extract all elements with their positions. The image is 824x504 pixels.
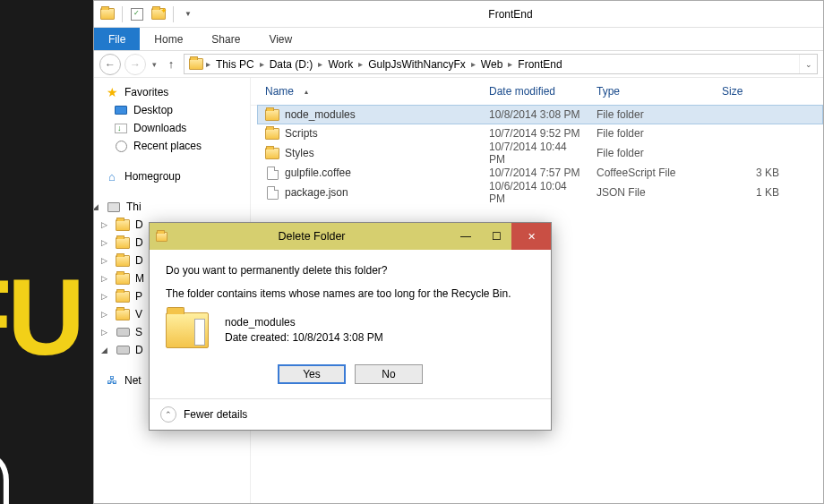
- file-type: CoffeeScript File: [589, 167, 715, 179]
- back-button[interactable]: ←: [99, 54, 121, 75]
- downloads-icon: [114, 121, 128, 135]
- properties-icon[interactable]: [127, 4, 147, 24]
- file-size: 3 KB: [715, 167, 786, 179]
- chevron-right-icon[interactable]: ▷: [101, 328, 110, 337]
- new-folder-icon[interactable]: [149, 4, 168, 24]
- chevron-up-icon[interactable]: ⌃: [160, 406, 176, 423]
- up-button[interactable]: ↑: [162, 56, 180, 73]
- column-size[interactable]: Size: [715, 83, 786, 99]
- no-button[interactable]: No: [355, 364, 423, 384]
- file-row[interactable]: node_modules10/8/2014 3:08 PMFile folder: [257, 105, 823, 124]
- chevron-right-icon[interactable]: ▸: [506, 59, 514, 69]
- breadcrumb-segment[interactable]: GulpJsWithNancyFx: [365, 58, 469, 71]
- breadcrumb-segment[interactable]: Data (D:): [266, 58, 317, 71]
- sidebar-label: Favorites: [124, 86, 168, 98]
- close-button[interactable]: [511, 223, 551, 250]
- chevron-right-icon[interactable]: ▷: [101, 238, 110, 247]
- sidebar-label: D: [135, 218, 143, 231]
- nav-bar: ← → ▾ ↑ ▸ This PC ▸ Data (D:) ▸ Work ▸ G…: [94, 51, 823, 78]
- chevron-down-icon[interactable]: ◢: [94, 202, 101, 211]
- column-type[interactable]: Type: [589, 83, 715, 99]
- sidebar-label: Downloads: [133, 122, 186, 134]
- file-date: 10/7/2014 9:52 PM: [482, 127, 589, 140]
- sidebar-label: Desktop: [133, 104, 173, 116]
- address-bar[interactable]: ▸ This PC ▸ Data (D:) ▸ Work ▸ GulpJsWit…: [184, 54, 818, 74]
- minimize-button[interactable]: —: [451, 223, 481, 250]
- forward-button: →: [124, 54, 146, 75]
- file-date: 10/7/2014 10:44 PM: [482, 141, 589, 166]
- sidebar-label: M: [135, 272, 144, 285]
- maximize-button[interactable]: ☐: [481, 223, 511, 250]
- dialog-titlebar: Delete Folder — ☐: [150, 223, 551, 250]
- address-dropdown-icon[interactable]: ⌄: [799, 55, 817, 73]
- sidebar-thispc[interactable]: ◢Thi: [98, 198, 246, 216]
- folder-icon: [116, 289, 130, 303]
- file-type: File folder: [589, 108, 715, 121]
- folder-icon: [188, 56, 204, 73]
- tab-view[interactable]: View: [254, 28, 306, 50]
- breadcrumb-segment[interactable]: FrontEnd: [514, 58, 565, 71]
- breadcrumb-segment[interactable]: This PC: [212, 58, 258, 71]
- sidebar-label: D: [135, 254, 143, 267]
- chevron-right-icon[interactable]: ▷: [101, 220, 110, 229]
- sidebar-favorites[interactable]: ★Favorites: [98, 83, 246, 101]
- chevron-right-icon[interactable]: ▷: [101, 310, 110, 319]
- drive-icon: [116, 325, 130, 339]
- background-decoration-2: ∩: [0, 421, 20, 504]
- sidebar-item-desktop[interactable]: Desktop: [98, 101, 246, 119]
- sidebar-item-downloads[interactable]: Downloads: [98, 119, 246, 137]
- sidebar-label: S: [135, 326, 142, 338]
- chevron-right-icon[interactable]: ▸: [469, 59, 477, 69]
- dialog-title: Delete Folder: [173, 230, 451, 243]
- file-date: 10/6/2014 10:04 PM: [482, 180, 589, 205]
- file-row[interactable]: Styles10/7/2014 10:44 PMFile folder: [251, 143, 823, 163]
- chevron-down-icon[interactable]: ◢: [101, 346, 110, 355]
- file-row[interactable]: package.json10/6/2014 10:04 PMJSON File1…: [251, 183, 823, 202]
- star-icon: ★: [105, 85, 119, 99]
- title-bar: ▼ FrontEnd: [94, 1, 823, 28]
- file-name: package.json: [285, 186, 348, 199]
- dialog-item-name: node_modules: [225, 315, 383, 330]
- breadcrumb-segment[interactable]: Web: [477, 58, 506, 71]
- file-name: Styles: [285, 147, 314, 159]
- folder-icon: [116, 253, 130, 268]
- column-date[interactable]: Date modified: [482, 83, 589, 99]
- dialog-icon: [150, 232, 173, 242]
- chevron-right-icon[interactable]: ▷: [101, 292, 110, 301]
- qat-dropdown-icon[interactable]: ▼: [178, 4, 198, 24]
- fewer-details-label[interactable]: Fewer details: [184, 408, 247, 421]
- sidebar-item-recent[interactable]: Recent places: [98, 137, 246, 155]
- folder-icon: [265, 107, 279, 122]
- chevron-right-icon[interactable]: ▸: [204, 59, 212, 69]
- tab-home[interactable]: Home: [140, 28, 197, 50]
- file-date: 10/8/2014 3:08 PM: [482, 108, 589, 121]
- sidebar-label: D: [135, 236, 143, 249]
- history-dropdown-icon[interactable]: ▾: [150, 60, 159, 69]
- file-date: 10/7/2014 7:57 PM: [482, 167, 589, 179]
- network-icon: 🖧: [105, 373, 119, 388]
- chevron-right-icon[interactable]: ▸: [356, 59, 365, 69]
- folder-icon: [98, 4, 117, 24]
- sidebar-homegroup[interactable]: ⌂Homegroup: [98, 167, 246, 185]
- file-name: node_modules: [285, 108, 356, 121]
- chevron-right-icon[interactable]: ▸: [258, 59, 266, 69]
- breadcrumb-segment[interactable]: Work: [324, 58, 356, 71]
- dialog-message: Do you want to permanently delete this f…: [166, 264, 535, 277]
- tab-file[interactable]: File: [94, 28, 140, 50]
- dialog-item-date: Date created: 10/8/2014 3:08 PM: [225, 330, 383, 346]
- file-name: gulpfile.coffee: [285, 167, 351, 179]
- folder-icon: [116, 218, 130, 232]
- chevron-right-icon[interactable]: ▷: [101, 274, 110, 283]
- tab-share[interactable]: Share: [197, 28, 254, 50]
- sidebar-label: Homegroup: [124, 170, 181, 183]
- sort-ascending-icon: ▴: [305, 88, 308, 96]
- delete-folder-dialog: Delete Folder — ☐ Do you want to permane…: [149, 222, 552, 431]
- chevron-right-icon[interactable]: ▸: [316, 59, 324, 69]
- chevron-right-icon[interactable]: ▷: [101, 256, 110, 265]
- column-name[interactable]: Name▴: [258, 83, 482, 99]
- file-name: Scripts: [285, 127, 318, 140]
- sidebar-label: Recent places: [133, 140, 202, 152]
- dialog-item-info: node_modules Date created: 10/8/2014 3:0…: [225, 315, 383, 346]
- yes-button[interactable]: Yes: [278, 364, 346, 384]
- drive-icon: [116, 343, 130, 357]
